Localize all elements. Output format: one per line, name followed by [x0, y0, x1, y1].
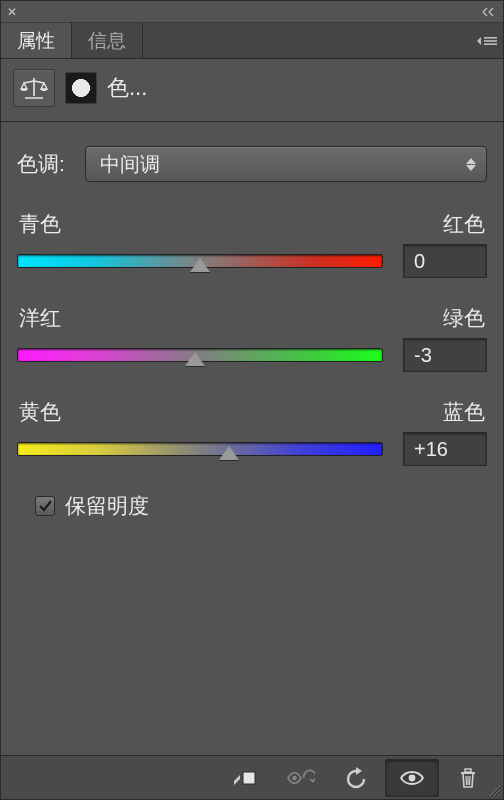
adjustment-title: 色...: [107, 73, 147, 103]
panel-titlebar: ✕: [1, 1, 503, 23]
clip-icon: [231, 767, 257, 789]
tone-label: 色调:: [17, 150, 71, 178]
svg-rect-7: [465, 769, 471, 772]
preserve-luminosity-label: 保留明度: [65, 492, 149, 520]
slider-right-label: 蓝色: [443, 398, 485, 426]
layer-mask-thumbnail[interactable]: [65, 72, 97, 104]
svg-rect-1: [484, 40, 497, 42]
panel-menu-button[interactable]: [477, 35, 497, 47]
reset-button[interactable]: [329, 759, 383, 797]
slider-track-magenta-green[interactable]: [17, 342, 383, 368]
slider-track-yellow-blue[interactable]: [17, 436, 383, 462]
eye-icon: [399, 769, 425, 787]
slider-thumb[interactable]: [190, 258, 210, 272]
preserve-luminosity-checkbox[interactable]: [35, 496, 55, 516]
tab-info[interactable]: 信息: [72, 23, 143, 58]
svg-point-4: [292, 775, 296, 779]
properties-panel: ✕ 属性 信息: [0, 0, 504, 800]
panel-body: 色调: 中间调 青色 红色 0: [1, 122, 503, 532]
view-previous-button[interactable]: [273, 759, 327, 797]
panel-footer: [1, 755, 503, 799]
tone-select-value: 中间调: [100, 151, 160, 178]
svg-rect-3: [243, 772, 255, 784]
slider-left-label: 黄色: [19, 398, 61, 426]
slider-cyan-red: 青色 红色 0: [17, 210, 487, 278]
resize-grip[interactable]: [487, 783, 501, 797]
slider-right-label: 绿色: [443, 304, 485, 332]
preserve-luminosity-row: 保留明度: [35, 492, 487, 520]
tone-row: 色调: 中间调: [17, 146, 487, 182]
clip-to-layer-button[interactable]: [217, 759, 271, 797]
slider-value-yellow-blue[interactable]: +16: [403, 432, 487, 466]
reset-icon: [344, 767, 368, 789]
svg-line-8: [466, 776, 467, 785]
svg-point-5: [409, 774, 416, 781]
trash-icon: [458, 767, 478, 789]
tab-bar: 属性 信息: [1, 23, 503, 59]
slider-magenta-green: 洋红 绿色 -3: [17, 304, 487, 372]
close-icon[interactable]: ✕: [7, 5, 17, 19]
slider-value-cyan-red[interactable]: 0: [403, 244, 487, 278]
adjustment-header: 色...: [1, 59, 503, 122]
svg-rect-0: [484, 37, 497, 39]
slider-thumb[interactable]: [185, 352, 205, 366]
slider-right-label: 红色: [443, 210, 485, 238]
adjustment-type-button[interactable]: [13, 69, 55, 107]
chevron-updown-icon: [466, 158, 476, 171]
slider-thumb[interactable]: [219, 446, 239, 460]
toggle-visibility-button[interactable]: [385, 759, 439, 797]
tab-properties[interactable]: 属性: [1, 23, 72, 58]
slider-left-label: 青色: [19, 210, 61, 238]
slider-yellow-blue: 黄色 蓝色 +16: [17, 398, 487, 466]
tab-label: 信息: [88, 28, 126, 54]
tab-label: 属性: [17, 28, 55, 54]
slider-left-label: 洋红: [19, 304, 61, 332]
balance-scale-icon: [19, 76, 49, 100]
checkmark-icon: [38, 499, 52, 513]
eye-back-icon: [285, 769, 315, 787]
slider-track-cyan-red[interactable]: [17, 248, 383, 274]
svg-line-10: [470, 776, 471, 785]
collapse-icon[interactable]: [479, 6, 497, 18]
svg-rect-2: [484, 43, 497, 45]
tone-select[interactable]: 中间调: [85, 146, 487, 182]
slider-value-magenta-green[interactable]: -3: [403, 338, 487, 372]
